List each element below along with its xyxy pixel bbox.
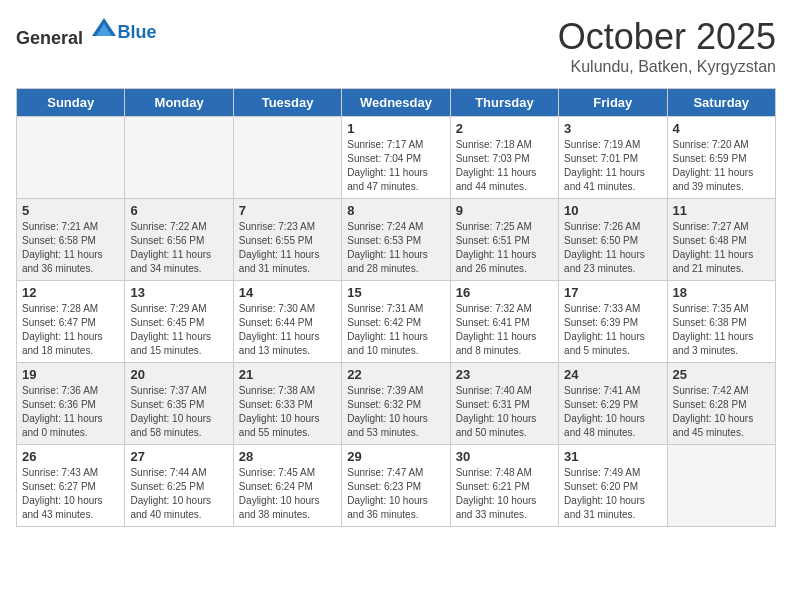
day-number: 23 [456,367,553,382]
day-number: 9 [456,203,553,218]
day-info: Sunrise: 7:22 AM Sunset: 6:56 PM Dayligh… [130,220,227,276]
month-title: October 2025 [558,16,776,58]
day-info: Sunrise: 7:32 AM Sunset: 6:41 PM Dayligh… [456,302,553,358]
day-number: 2 [456,121,553,136]
day-info: Sunrise: 7:49 AM Sunset: 6:20 PM Dayligh… [564,466,661,522]
calendar-cell: 19Sunrise: 7:36 AM Sunset: 6:36 PM Dayli… [17,363,125,445]
logo-general: General [16,28,83,48]
day-info: Sunrise: 7:28 AM Sunset: 6:47 PM Dayligh… [22,302,119,358]
day-number: 29 [347,449,444,464]
calendar-cell [125,117,233,199]
day-number: 22 [347,367,444,382]
calendar-cell: 31Sunrise: 7:49 AM Sunset: 6:20 PM Dayli… [559,445,667,527]
calendar-cell: 17Sunrise: 7:33 AM Sunset: 6:39 PM Dayli… [559,281,667,363]
day-info: Sunrise: 7:30 AM Sunset: 6:44 PM Dayligh… [239,302,336,358]
calendar-cell: 11Sunrise: 7:27 AM Sunset: 6:48 PM Dayli… [667,199,775,281]
calendar-cell: 6Sunrise: 7:22 AM Sunset: 6:56 PM Daylig… [125,199,233,281]
day-number: 17 [564,285,661,300]
day-info: Sunrise: 7:17 AM Sunset: 7:04 PM Dayligh… [347,138,444,194]
calendar-cell: 7Sunrise: 7:23 AM Sunset: 6:55 PM Daylig… [233,199,341,281]
calendar-cell: 10Sunrise: 7:26 AM Sunset: 6:50 PM Dayli… [559,199,667,281]
day-header-wednesday: Wednesday [342,89,450,117]
day-info: Sunrise: 7:25 AM Sunset: 6:51 PM Dayligh… [456,220,553,276]
calendar-header-row: SundayMondayTuesdayWednesdayThursdayFrid… [17,89,776,117]
day-number: 10 [564,203,661,218]
calendar-cell: 21Sunrise: 7:38 AM Sunset: 6:33 PM Dayli… [233,363,341,445]
title-block: October 2025 Kulundu, Batken, Kyrgyzstan [558,16,776,76]
day-info: Sunrise: 7:21 AM Sunset: 6:58 PM Dayligh… [22,220,119,276]
calendar-cell [233,117,341,199]
location-title: Kulundu, Batken, Kyrgyzstan [558,58,776,76]
day-header-sunday: Sunday [17,89,125,117]
day-info: Sunrise: 7:39 AM Sunset: 6:32 PM Dayligh… [347,384,444,440]
day-number: 7 [239,203,336,218]
day-number: 18 [673,285,770,300]
calendar-cell: 12Sunrise: 7:28 AM Sunset: 6:47 PM Dayli… [17,281,125,363]
day-number: 4 [673,121,770,136]
day-info: Sunrise: 7:27 AM Sunset: 6:48 PM Dayligh… [673,220,770,276]
calendar-cell: 27Sunrise: 7:44 AM Sunset: 6:25 PM Dayli… [125,445,233,527]
day-number: 21 [239,367,336,382]
day-number: 30 [456,449,553,464]
calendar-cell: 28Sunrise: 7:45 AM Sunset: 6:24 PM Dayli… [233,445,341,527]
calendar-week-row: 19Sunrise: 7:36 AM Sunset: 6:36 PM Dayli… [17,363,776,445]
calendar-cell: 14Sunrise: 7:30 AM Sunset: 6:44 PM Dayli… [233,281,341,363]
logo-icon [90,16,118,44]
day-info: Sunrise: 7:23 AM Sunset: 6:55 PM Dayligh… [239,220,336,276]
day-info: Sunrise: 7:33 AM Sunset: 6:39 PM Dayligh… [564,302,661,358]
day-number: 24 [564,367,661,382]
day-info: Sunrise: 7:38 AM Sunset: 6:33 PM Dayligh… [239,384,336,440]
calendar-cell: 13Sunrise: 7:29 AM Sunset: 6:45 PM Dayli… [125,281,233,363]
calendar-week-row: 12Sunrise: 7:28 AM Sunset: 6:47 PM Dayli… [17,281,776,363]
day-number: 3 [564,121,661,136]
day-info: Sunrise: 7:35 AM Sunset: 6:38 PM Dayligh… [673,302,770,358]
day-number: 8 [347,203,444,218]
day-info: Sunrise: 7:36 AM Sunset: 6:36 PM Dayligh… [22,384,119,440]
logo-blue: Blue [118,22,157,43]
calendar-cell: 15Sunrise: 7:31 AM Sunset: 6:42 PM Dayli… [342,281,450,363]
calendar-cell: 8Sunrise: 7:24 AM Sunset: 6:53 PM Daylig… [342,199,450,281]
calendar-cell: 9Sunrise: 7:25 AM Sunset: 6:51 PM Daylig… [450,199,558,281]
calendar-cell: 24Sunrise: 7:41 AM Sunset: 6:29 PM Dayli… [559,363,667,445]
day-header-thursday: Thursday [450,89,558,117]
day-info: Sunrise: 7:37 AM Sunset: 6:35 PM Dayligh… [130,384,227,440]
day-number: 20 [130,367,227,382]
day-header-monday: Monday [125,89,233,117]
calendar-cell: 29Sunrise: 7:47 AM Sunset: 6:23 PM Dayli… [342,445,450,527]
page-header: General Blue October 2025 Kulundu, Batke… [16,16,776,76]
day-info: Sunrise: 7:24 AM Sunset: 6:53 PM Dayligh… [347,220,444,276]
calendar-cell: 22Sunrise: 7:39 AM Sunset: 6:32 PM Dayli… [342,363,450,445]
day-number: 26 [22,449,119,464]
day-number: 1 [347,121,444,136]
day-number: 13 [130,285,227,300]
day-info: Sunrise: 7:48 AM Sunset: 6:21 PM Dayligh… [456,466,553,522]
calendar-cell: 3Sunrise: 7:19 AM Sunset: 7:01 PM Daylig… [559,117,667,199]
calendar-cell: 18Sunrise: 7:35 AM Sunset: 6:38 PM Dayli… [667,281,775,363]
day-number: 15 [347,285,444,300]
day-info: Sunrise: 7:45 AM Sunset: 6:24 PM Dayligh… [239,466,336,522]
calendar-week-row: 1Sunrise: 7:17 AM Sunset: 7:04 PM Daylig… [17,117,776,199]
day-info: Sunrise: 7:18 AM Sunset: 7:03 PM Dayligh… [456,138,553,194]
day-number: 28 [239,449,336,464]
day-number: 25 [673,367,770,382]
logo: General Blue [16,16,157,49]
day-info: Sunrise: 7:29 AM Sunset: 6:45 PM Dayligh… [130,302,227,358]
calendar-cell: 5Sunrise: 7:21 AM Sunset: 6:58 PM Daylig… [17,199,125,281]
day-number: 12 [22,285,119,300]
day-header-tuesday: Tuesday [233,89,341,117]
day-info: Sunrise: 7:20 AM Sunset: 6:59 PM Dayligh… [673,138,770,194]
calendar-cell: 1Sunrise: 7:17 AM Sunset: 7:04 PM Daylig… [342,117,450,199]
day-number: 31 [564,449,661,464]
calendar-cell: 26Sunrise: 7:43 AM Sunset: 6:27 PM Dayli… [17,445,125,527]
calendar-cell: 30Sunrise: 7:48 AM Sunset: 6:21 PM Dayli… [450,445,558,527]
day-number: 6 [130,203,227,218]
calendar-cell: 4Sunrise: 7:20 AM Sunset: 6:59 PM Daylig… [667,117,775,199]
calendar-cell: 23Sunrise: 7:40 AM Sunset: 6:31 PM Dayli… [450,363,558,445]
day-header-saturday: Saturday [667,89,775,117]
day-number: 11 [673,203,770,218]
calendar-cell: 25Sunrise: 7:42 AM Sunset: 6:28 PM Dayli… [667,363,775,445]
calendar-table: SundayMondayTuesdayWednesdayThursdayFrid… [16,88,776,527]
calendar-week-row: 26Sunrise: 7:43 AM Sunset: 6:27 PM Dayli… [17,445,776,527]
day-number: 27 [130,449,227,464]
day-info: Sunrise: 7:43 AM Sunset: 6:27 PM Dayligh… [22,466,119,522]
